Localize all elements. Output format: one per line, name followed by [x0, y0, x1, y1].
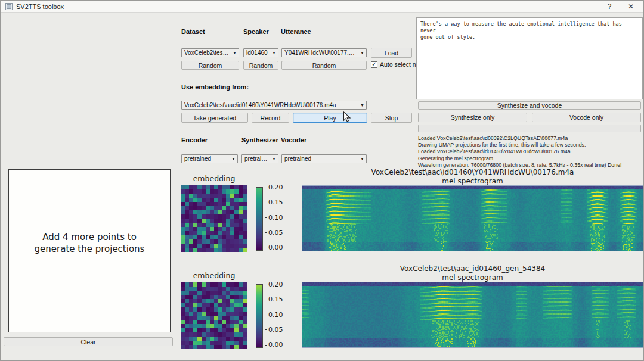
generation-progress-bar	[418, 125, 641, 132]
embedding-source-select[interactable]: VoxCeleb2\test\aac\id01460\Y041WRHdcWU\0…	[181, 101, 367, 110]
speaker-select[interactable]: id01460 ▼	[243, 48, 278, 57]
app-icon	[5, 3, 13, 10]
embedding2-heatmap	[181, 282, 247, 349]
vocoder-label: Vocoder	[281, 136, 306, 144]
spectrogram1-title: VoxCeleb2\test\aac\id01460\Y041WRHdcWU\0…	[302, 168, 643, 176]
random-utterance-button[interactable]: Random	[281, 61, 367, 70]
synthesize-and-vocode-button[interactable]: Synthesize and vocode	[418, 101, 641, 110]
utterance-label: Utterance	[281, 28, 311, 35]
embedding2-title: embedding	[178, 271, 250, 280]
vocode-only-button[interactable]: Vocode only	[532, 113, 641, 122]
utterance-select[interactable]: Y041WRHdcWU\00177.m4a ▼	[281, 48, 367, 57]
title-bar: SV2TTS toolbox ? ✕	[1, 1, 644, 13]
spectrogram2-subtitle: mel spectrogram	[302, 273, 643, 282]
speaker-select-value: id01460	[246, 49, 268, 56]
chevron-down-icon: ▼	[360, 157, 364, 161]
embedding2-colorbar	[256, 284, 263, 348]
spectrogram2-title: VoxCeleb2\test\aac_id01460_gen_54384	[302, 264, 643, 273]
projections-message: Add 4 more points to generate the projec…	[35, 231, 145, 256]
chevron-down-icon: ▼	[231, 157, 236, 161]
text-prompt-input[interactable]: There's a way to measure the acute emoti…	[416, 17, 643, 99]
clear-button[interactable]: Clear	[4, 337, 173, 346]
chevron-down-icon: ▼	[272, 51, 276, 55]
tick-label: 0.20	[265, 183, 283, 191]
dataset-label: Dataset	[181, 28, 205, 35]
tick-label: 0.00	[265, 244, 283, 251]
tick-label: 0.10	[265, 311, 283, 319]
embedding1-heatmap	[181, 185, 247, 252]
tick-label: 0.20	[265, 281, 283, 288]
take-generated-button[interactable]: Take generated	[181, 113, 248, 123]
mouse-cursor-icon	[343, 111, 351, 123]
vocoder-select[interactable]: pretrained ▼	[281, 154, 367, 163]
embedding1-colorbar-ticks: 0.20 0.15 0.10 0.05 0.00	[265, 183, 283, 251]
dataset-select[interactable]: VoxCeleb2\test\aac ▼	[181, 48, 239, 57]
stop-button[interactable]: Stop	[371, 113, 412, 123]
checkbox-check-icon[interactable]: ✓	[371, 61, 377, 68]
synthesizer-label: Synthesizer	[242, 136, 278, 144]
embedding1-title: embedding	[178, 174, 250, 183]
load-button[interactable]: Load	[371, 48, 412, 58]
random-dataset-button[interactable]: Random	[181, 61, 239, 70]
window-title: SV2TTS toolbox	[16, 3, 64, 10]
encoder-label: Encoder	[181, 136, 208, 144]
tick-label: 0.05	[265, 326, 283, 334]
chevron-down-icon: ▼	[360, 51, 364, 55]
log-line: Loaded VoxCeleb2\test\aac\id08392\C2LQUQ…	[418, 135, 643, 142]
spectrogram2-image	[302, 282, 643, 348]
synthesizer-select[interactable]: pretrained ▼	[242, 154, 278, 163]
chevron-down-icon: ▼	[360, 103, 364, 107]
play-button[interactable]: Play	[293, 113, 367, 123]
tick-label: 0.00	[265, 341, 283, 348]
help-button[interactable]: ?	[600, 2, 618, 11]
record-button[interactable]: Record	[252, 113, 289, 123]
tick-label: 0.10	[265, 214, 283, 222]
random-speaker-button[interactable]: Random	[243, 61, 278, 70]
embedding1-colorbar	[256, 187, 263, 251]
tick-label: 0.05	[265, 229, 283, 236]
umap-projections-panel: Add 4 more points to generate the projec…	[8, 169, 171, 332]
use-embedding-label: Use embedding from:	[181, 83, 249, 91]
embedding-source-value: VoxCeleb2\test\aac\id01460\Y041WRHdcWU\0…	[184, 102, 336, 108]
tick-label: 0.15	[265, 295, 283, 303]
sv2tts-window: SV2TTS toolbox ? ✕ Dataset Speaker Utter…	[0, 0, 644, 361]
spectrogram1-subtitle: mel spectrogram	[302, 177, 643, 185]
encoder-select-value: pretrained	[184, 155, 211, 162]
close-button[interactable]: ✕	[622, 2, 640, 11]
chevron-down-icon: ▼	[233, 51, 237, 55]
log-line: Generating the mel spectrogram...	[418, 155, 643, 162]
vocoder-select-value: pretrained	[284, 155, 311, 162]
synthesizer-select-value: pretrained	[244, 155, 270, 162]
spectrogram1-image	[302, 185, 643, 251]
log-line: Loaded VoxCeleb2\test\aac\id01460\Y041WR…	[418, 148, 643, 155]
speaker-label: Speaker	[243, 28, 269, 35]
synthesize-only-button[interactable]: Synthesize only	[418, 113, 527, 122]
tick-label: 0.15	[265, 198, 283, 206]
log-line: Drawing UMAP projections for the first t…	[418, 142, 643, 148]
utterance-select-value: Y041WRHdcWU\00177.m4a	[284, 49, 358, 56]
encoder-select[interactable]: pretrained ▼	[181, 154, 238, 163]
log-output: Loaded VoxCeleb2\test\aac\id08392\C2LQUQ…	[418, 135, 643, 169]
chevron-down-icon: ▼	[272, 157, 276, 161]
dataset-select-value: VoxCeleb2\test\aac	[184, 49, 230, 56]
embedding2-colorbar-ticks: 0.20 0.15 0.10 0.05 0.00	[265, 281, 283, 348]
